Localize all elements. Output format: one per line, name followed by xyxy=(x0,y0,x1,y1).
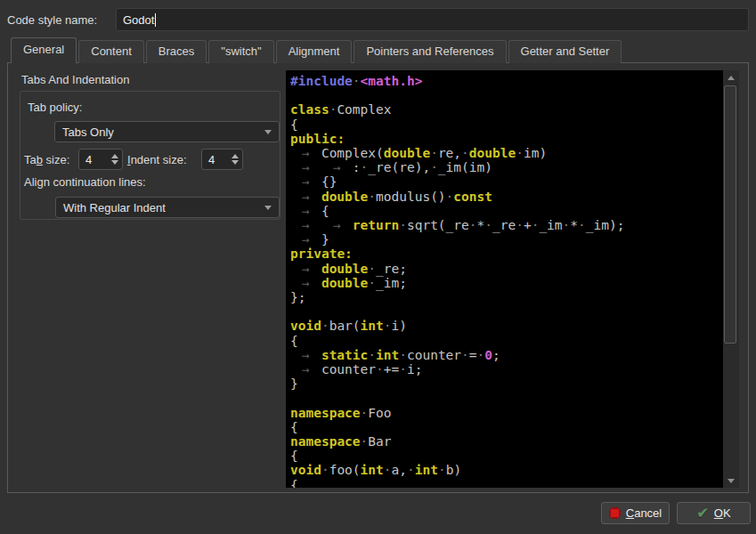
tab-policy-label: Tab policy: xyxy=(28,101,82,114)
code-line: →} xyxy=(290,232,721,247)
code-line xyxy=(290,88,721,102)
code-line: { xyxy=(290,117,721,132)
ok-button-label: OK xyxy=(714,506,731,520)
code-line: { xyxy=(290,478,721,488)
code-line: #include·<math.h> xyxy=(290,74,721,88)
code-preview[interactable]: #include·<math.h> class·Complex{public:→… xyxy=(286,70,739,488)
tab-policy-value: Tabs Only xyxy=(62,125,114,139)
ok-button[interactable]: ✔ OK xyxy=(677,502,751,524)
tab-alignment[interactable]: Alignment xyxy=(276,40,353,63)
tab-size-label: Tab size: xyxy=(24,153,69,166)
chevron-down-icon xyxy=(264,130,272,134)
cancel-icon xyxy=(609,507,621,519)
indent-size-label: Indent size: xyxy=(127,153,187,166)
tab-braces[interactable]: Braces xyxy=(146,40,207,63)
spin-up-icon[interactable] xyxy=(232,154,239,158)
code-line: →Complex(double·re,·double·im) xyxy=(290,146,721,160)
align-continuation-label: Align continuation lines: xyxy=(24,175,146,189)
code-style-dialog: { "name_row": { "label": "Code style nam… xyxy=(0,0,756,534)
section-title: Tabs And Indentation xyxy=(21,73,129,86)
code-line: }; xyxy=(290,290,721,304)
tab-size-spin-buttons xyxy=(108,150,122,169)
code-line: void·bar(int·i) xyxy=(290,319,721,333)
code-line: { xyxy=(290,334,721,348)
code-line: private: xyxy=(290,247,721,261)
code-line: →double·_re; xyxy=(290,262,721,276)
tab-pointers-and-references[interactable]: Pointers and References xyxy=(354,40,506,63)
code-line: class·Complex xyxy=(290,102,721,117)
tab-getter-and-setter[interactable]: Getter and Setter xyxy=(508,40,622,63)
tab-content[interactable]: Content xyxy=(78,40,144,63)
tab-size-stepper[interactable]: 4 xyxy=(78,149,123,170)
code-line: } xyxy=(290,376,721,391)
code-line: →{ xyxy=(290,204,721,218)
code-line: →double·_im; xyxy=(290,276,721,290)
tab-bar: GeneralContentBraces"switch"AlignmentPoi… xyxy=(11,39,623,63)
ok-check-icon: ✔ xyxy=(696,507,708,519)
code-line: →→return·sqrt(_re·*·_re·+·_im·*·_im); xyxy=(290,218,721,232)
scrollbar-thumb[interactable] xyxy=(724,85,736,344)
chevron-down-icon xyxy=(264,206,272,210)
tab-size-value[interactable]: 4 xyxy=(79,150,108,169)
code-style-name-label: Code style name: xyxy=(7,13,97,27)
code-line: { xyxy=(290,420,721,434)
align-continuation-select[interactable]: With Regular Indent xyxy=(55,197,280,218)
indent-size-spin-buttons xyxy=(228,150,242,169)
arrow-down-icon xyxy=(728,479,735,483)
spin-up-icon[interactable] xyxy=(111,154,118,158)
text-cursor xyxy=(155,13,156,27)
cancel-button-label: Cancel xyxy=(626,506,662,520)
general-tab-panel: Tabs And Indentation Tab policy: Tabs On… xyxy=(7,62,749,493)
spin-down-icon[interactable] xyxy=(111,160,118,165)
scroll-up-button[interactable] xyxy=(723,70,739,85)
code-line: void·foo(int·a,·int·b) xyxy=(290,463,721,477)
arrow-up-icon xyxy=(728,76,735,80)
align-continuation-value: With Regular Indent xyxy=(63,201,166,214)
code-line: namespace·Foo xyxy=(290,406,721,420)
code-style-name-input[interactable]: Godot xyxy=(116,8,749,31)
code-style-name-value: Godot xyxy=(123,13,154,27)
tab-policy-select[interactable]: Tabs Only xyxy=(54,121,280,142)
code-line: →double·modulus()·const xyxy=(290,190,721,204)
code-lines: #include·<math.h> class·Complex{public:→… xyxy=(290,74,721,488)
code-line: namespace·Bar xyxy=(290,434,721,449)
code-line: public: xyxy=(290,132,721,146)
tab-switch[interactable]: "switch" xyxy=(208,40,273,63)
code-line: →counter·+=·i; xyxy=(290,362,721,376)
code-line xyxy=(290,304,721,319)
code-line xyxy=(290,391,721,405)
code-line: →{} xyxy=(290,174,721,189)
spin-down-icon[interactable] xyxy=(232,160,239,165)
tabs-indentation-group: Tab policy: Tabs Only Tab size: 4 Indent… xyxy=(20,91,280,220)
scroll-down-button[interactable] xyxy=(723,473,739,488)
cancel-button[interactable]: Cancel xyxy=(601,502,670,524)
tab-general[interactable]: General xyxy=(11,37,77,63)
code-line: →→:·_re(re),·_im(im) xyxy=(290,160,721,174)
code-line: { xyxy=(290,449,721,463)
vertical-scrollbar[interactable] xyxy=(723,70,739,488)
indent-size-stepper[interactable]: 4 xyxy=(201,149,243,170)
code-line: →static·int·counter·=·0; xyxy=(290,348,721,362)
indent-size-value[interactable]: 4 xyxy=(202,150,228,169)
